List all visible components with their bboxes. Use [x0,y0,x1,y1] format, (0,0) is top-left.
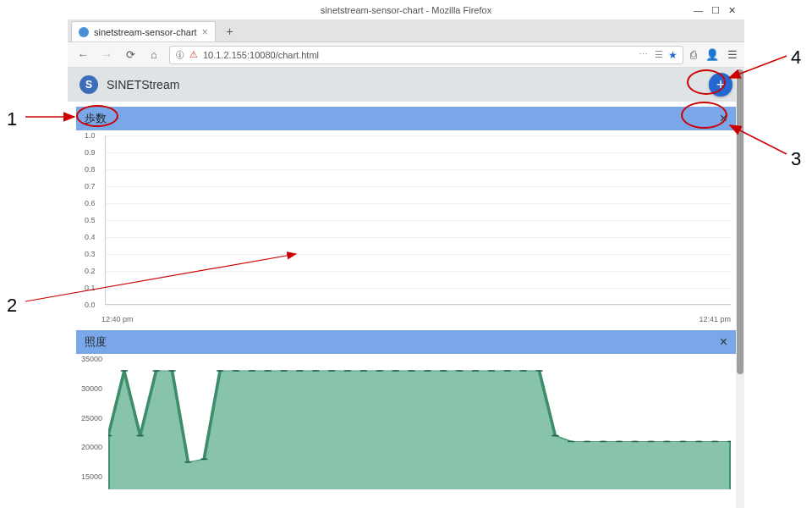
chart-illuminance-point [152,370,160,372]
window-title: sinetstream-sensor-chart - Mozilla Firef… [321,5,491,15]
chart-illuminance-point [631,440,639,442]
chart-steps-gridline [106,152,731,153]
panel-illuminance-close-icon[interactable]: × [720,334,727,350]
panel-steps: 歩数 × 1.00.90.80.70.60.50.40.30.20.10.0 1… [76,107,736,325]
chart-steps-ytick: 0.2 [85,267,96,275]
chart-illuminance-point [424,370,431,372]
back-button[interactable]: ← [74,47,91,64]
chart-illuminance-point [503,370,511,372]
chart-illuminance-point [711,440,719,442]
chart-illuminance-ytick: 20000 [81,443,102,451]
annotation-number-4: 4 [791,47,801,69]
chart-illuminance-area [108,371,731,489]
chart-illuminance-point [408,370,415,372]
chart-illuminance-point [488,370,496,372]
panel-illuminance-title: 照度 [85,334,107,350]
scrollbar-thumb[interactable] [737,69,743,374]
chart-illuminance-point [600,440,607,442]
chart-steps-ytick: 0.0 [85,301,96,309]
chart-illuminance-ytick: 25000 [81,414,102,422]
window-controls: — ☐ ✕ [689,0,741,20]
tab-title: sinetstream-sensor-chart [94,27,197,37]
panel-steps-close-icon[interactable]: × [720,111,727,126]
chart-illuminance-point [679,440,687,442]
chart-illuminance-point [120,370,128,372]
chart-steps-gridline [106,237,731,238]
tab-bar: sinetstream-sensor-chart × + [68,20,744,42]
chart-steps: 1.00.90.80.70.60.50.40.30.20.10.0 12:40 … [76,130,736,325]
chart-illuminance-point [200,458,208,460]
chart-illuminance-point [344,370,352,372]
chart-illuminance-plotarea [108,359,731,489]
chart-illuminance-point [695,440,703,442]
scrollbar[interactable] [736,68,744,508]
window-close-icon[interactable]: ✕ [728,5,736,16]
library-icon[interactable]: ⎙ [690,48,697,61]
chart-steps-gridline [106,305,731,306]
app-header: S SINETStream + [68,68,744,102]
chart-illuminance-point [328,370,336,372]
chart-steps-gridline [106,203,731,204]
tab-sinetstream[interactable]: sinetstream-sensor-chart × [71,21,216,41]
insecure-icon[interactable]: ⚠ [189,49,198,60]
page-actions-icon[interactable]: ⋯ [639,49,650,60]
chart-steps-ytick: 0.6 [85,199,96,207]
forward-button: → [98,47,115,64]
chart-illuminance-point [360,370,368,372]
reader-icon[interactable]: ☰ [655,49,663,60]
chart-steps-ytick: 0.4 [85,233,96,241]
chart-steps-plotarea [105,135,731,305]
url-bar[interactable]: 🛈 ⚠ 10.1.2.155:10080/chart.html ⋯ ☰ ★ [169,46,683,64]
url-text: 10.1.2.155:10080/chart.html [203,50,634,60]
chart-illuminance-point [233,370,240,372]
chart-steps-ytick: 0.9 [85,148,96,157]
panel-steps-title: 歩数 [85,111,107,126]
menu-icon[interactable]: ☰ [727,48,738,61]
chart-steps-gridline [106,186,731,187]
chart-steps-xtick-end: 12:41 pm [699,315,731,323]
chart-illuminance-point [440,370,447,372]
chart-steps-ytick: 0.3 [85,250,96,258]
chart-illuminance-point [472,370,480,372]
chart-illuminance-point [217,370,224,372]
add-chart-button[interactable]: + [709,73,732,97]
chart-illuminance-point [280,370,288,372]
chart-illuminance-point [535,370,543,372]
bookmark-star-icon[interactable]: ★ [668,49,678,61]
chart-illuminance-point [168,370,176,372]
panel-steps-header: 歩数 × [76,107,736,130]
chart-illuminance-point [663,440,671,442]
window-titlebar: sinetstream-sensor-chart - Mozilla Firef… [68,0,744,20]
chart-illuminance-ytick: 35000 [81,355,102,363]
info-icon[interactable]: 🛈 [175,50,184,60]
page-content: S SINETStream + 歩数 × 1.00.90.80.70.60.50… [68,68,744,508]
chart-illuminance-point [647,440,655,442]
chart-steps-gridline [106,220,731,221]
chart-illuminance-point [551,434,559,436]
chart-illuminance-point [296,370,304,372]
account-icon[interactable]: 👤 [705,48,719,61]
chart-illuminance-point [519,370,527,372]
chart-illuminance-point [184,461,192,463]
chart-illuminance-point [456,370,464,372]
chart-steps-gridline [106,254,731,255]
reload-button[interactable]: ⟳ [122,47,139,64]
home-button[interactable]: ⌂ [145,47,162,64]
window-max-icon[interactable]: ☐ [711,5,720,16]
toolbar-right: ⎙ 👤 ☰ [690,48,738,61]
chart-illuminance-ytick: 15000 [81,472,102,481]
chart-illuminance-point [392,370,399,372]
tab-close-icon[interactable]: × [202,26,208,38]
nav-bar: ← → ⟳ ⌂ 🛈 ⚠ 10.1.2.155:10080/chart.html … [68,42,744,68]
new-tab-button[interactable]: + [219,21,241,41]
chart-steps-xtick-start: 12:40 pm [102,315,134,323]
window-min-icon[interactable]: — [694,5,703,15]
chart-illuminance: 3500030000250002000015000 [76,354,736,489]
panel-illuminance-header: 照度 × [76,330,736,354]
chart-steps-gridline [106,135,731,136]
chart-illuminance-point [568,440,575,442]
chart-illuminance-point [264,370,272,372]
chart-illuminance-point [312,370,320,372]
chart-steps-gridline [106,271,731,272]
chart-steps-ytick: 0.8 [85,165,96,174]
